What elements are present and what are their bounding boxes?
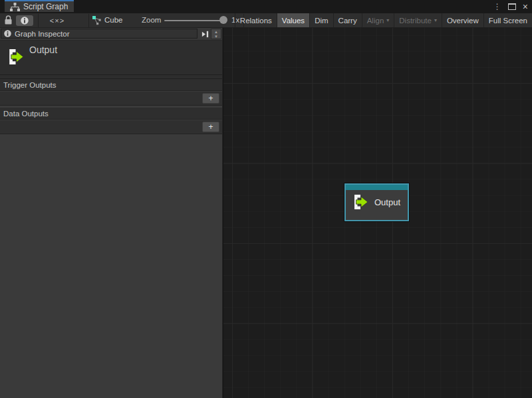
data-outputs-header: Data Outputs bbox=[0, 108, 222, 120]
zoom-label: Zoom bbox=[142, 16, 161, 24]
selected-unit-summary: Output bbox=[0, 41, 222, 75]
relations-button[interactable]: Relations bbox=[235, 13, 277, 27]
button-label: Overview bbox=[447, 17, 479, 25]
button-label: Relations bbox=[240, 17, 272, 25]
script-graph-icon bbox=[10, 3, 20, 11]
graph-inspector-titlebox: Graph Inspector bbox=[1, 29, 198, 39]
button-label: Align bbox=[367, 17, 384, 25]
output-unit-icon bbox=[351, 193, 368, 211]
chevron-down-icon: ▾ bbox=[386, 17, 389, 23]
tab-label: Script Graph bbox=[23, 2, 68, 11]
data-outputs-list: + bbox=[0, 120, 222, 134]
toolbar-separator bbox=[38, 14, 39, 27]
chevron-down-icon: ▾ bbox=[434, 17, 437, 23]
toolbar-button-group: Relations Values Dim Carry Align▾ Distri… bbox=[235, 13, 532, 27]
overview-button[interactable]: Overview bbox=[442, 13, 483, 27]
graph-node-icon bbox=[92, 16, 102, 25]
unit-title: Output bbox=[29, 45, 57, 55]
add-trigger-output-button[interactable]: + bbox=[202, 93, 219, 104]
breadcrumb[interactable]: Cube bbox=[104, 16, 123, 24]
output-node[interactable]: Output bbox=[344, 183, 409, 221]
panel-title: Graph Inspector bbox=[15, 30, 69, 38]
output-node-header[interactable] bbox=[346, 185, 408, 190]
inspector-toggle-button[interactable] bbox=[16, 15, 33, 26]
output-unit-icon bbox=[6, 48, 24, 66]
tab-script-graph[interactable]: Script Graph bbox=[5, 0, 74, 12]
graph-toolbar: <×> Cube Zoom 1x Relations Values Dim Ca… bbox=[0, 13, 532, 28]
button-label: Values bbox=[282, 17, 305, 25]
close-icon[interactable]: × bbox=[521, 1, 529, 13]
distribute-dropdown[interactable]: Distribute▾ bbox=[394, 13, 442, 27]
section-label: Trigger Outputs bbox=[3, 81, 56, 89]
info-icon bbox=[21, 17, 29, 25]
button-label: Carry bbox=[338, 17, 357, 25]
button-label: Full Screen bbox=[489, 17, 527, 25]
window-controls: ⋮ × bbox=[492, 0, 529, 13]
graph-inspector-header: Graph Inspector ▲ ▼ bbox=[0, 28, 222, 41]
node-title: Output bbox=[374, 197, 400, 207]
info-icon bbox=[4, 30, 11, 37]
full-screen-button[interactable]: Full Screen bbox=[483, 13, 532, 27]
section-label: Data Outputs bbox=[3, 110, 49, 118]
code-preview-icon[interactable]: <×> bbox=[47, 15, 68, 26]
button-label: Distribute bbox=[399, 17, 432, 25]
lock-icon[interactable] bbox=[5, 15, 12, 25]
maximize-icon[interactable] bbox=[508, 3, 516, 10]
zoom-slider-track[interactable] bbox=[164, 20, 224, 21]
trigger-outputs-list: + bbox=[0, 92, 222, 106]
toolbar-separator bbox=[88, 14, 89, 27]
spinner-down-icon[interactable]: ▼ bbox=[211, 34, 221, 39]
zoom-slider-handle[interactable] bbox=[219, 16, 227, 24]
output-node-body: Output bbox=[346, 190, 408, 211]
align-dropdown[interactable]: Align▾ bbox=[362, 13, 394, 27]
graph-canvas[interactable]: Output bbox=[223, 28, 532, 398]
dim-button[interactable]: Dim bbox=[309, 13, 332, 27]
carry-button[interactable]: Carry bbox=[333, 13, 362, 27]
dock-panel-icon[interactable] bbox=[200, 29, 209, 39]
window-menu-icon[interactable]: ⋮ bbox=[492, 0, 503, 13]
add-data-output-button[interactable]: + bbox=[202, 122, 219, 132]
graph-inspector-panel: Graph Inspector ▲ ▼ Output Trigger Outpu… bbox=[0, 28, 223, 398]
spinner-up-icon[interactable]: ▲ bbox=[211, 29, 221, 34]
values-button[interactable]: Values bbox=[277, 13, 309, 27]
panel-resize-spinner[interactable]: ▲ ▼ bbox=[211, 29, 221, 39]
button-label: Dim bbox=[315, 17, 328, 25]
trigger-outputs-header: Trigger Outputs bbox=[0, 79, 222, 91]
window-tab-bar: Script Graph ⋮ × bbox=[0, 0, 532, 13]
